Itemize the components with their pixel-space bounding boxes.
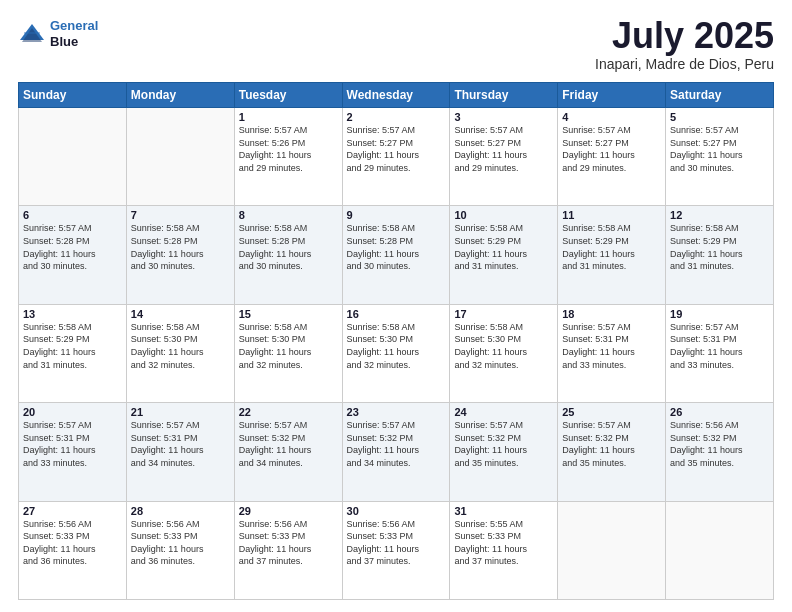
weekday-header: Friday bbox=[558, 83, 666, 108]
calendar-cell: 1Sunrise: 5:57 AM Sunset: 5:26 PM Daylig… bbox=[234, 108, 342, 206]
day-info: Sunrise: 5:58 AM Sunset: 5:29 PM Dayligh… bbox=[670, 222, 769, 272]
calendar-cell: 7Sunrise: 5:58 AM Sunset: 5:28 PM Daylig… bbox=[126, 206, 234, 304]
calendar-cell bbox=[666, 501, 774, 599]
calendar-cell: 21Sunrise: 5:57 AM Sunset: 5:31 PM Dayli… bbox=[126, 403, 234, 501]
logo-line1: General bbox=[50, 18, 98, 33]
calendar-week-row: 13Sunrise: 5:58 AM Sunset: 5:29 PM Dayli… bbox=[19, 304, 774, 402]
calendar-cell: 22Sunrise: 5:57 AM Sunset: 5:32 PM Dayli… bbox=[234, 403, 342, 501]
day-number: 30 bbox=[347, 505, 446, 517]
day-number: 10 bbox=[454, 209, 553, 221]
calendar-cell: 30Sunrise: 5:56 AM Sunset: 5:33 PM Dayli… bbox=[342, 501, 450, 599]
calendar-cell: 29Sunrise: 5:56 AM Sunset: 5:33 PM Dayli… bbox=[234, 501, 342, 599]
day-number: 27 bbox=[23, 505, 122, 517]
day-number: 8 bbox=[239, 209, 338, 221]
calendar-cell: 12Sunrise: 5:58 AM Sunset: 5:29 PM Dayli… bbox=[666, 206, 774, 304]
day-number: 29 bbox=[239, 505, 338, 517]
day-info: Sunrise: 5:57 AM Sunset: 5:31 PM Dayligh… bbox=[562, 321, 661, 371]
day-info: Sunrise: 5:58 AM Sunset: 5:28 PM Dayligh… bbox=[347, 222, 446, 272]
svg-rect-2 bbox=[24, 32, 40, 34]
calendar-cell: 10Sunrise: 5:58 AM Sunset: 5:29 PM Dayli… bbox=[450, 206, 558, 304]
day-number: 21 bbox=[131, 406, 230, 418]
calendar-cell: 3Sunrise: 5:57 AM Sunset: 5:27 PM Daylig… bbox=[450, 108, 558, 206]
day-info: Sunrise: 5:58 AM Sunset: 5:30 PM Dayligh… bbox=[454, 321, 553, 371]
day-info: Sunrise: 5:56 AM Sunset: 5:32 PM Dayligh… bbox=[670, 419, 769, 469]
calendar-cell: 19Sunrise: 5:57 AM Sunset: 5:31 PM Dayli… bbox=[666, 304, 774, 402]
day-number: 24 bbox=[454, 406, 553, 418]
weekday-header: Wednesday bbox=[342, 83, 450, 108]
day-info: Sunrise: 5:57 AM Sunset: 5:28 PM Dayligh… bbox=[23, 222, 122, 272]
day-number: 26 bbox=[670, 406, 769, 418]
weekday-header: Monday bbox=[126, 83, 234, 108]
calendar-week-row: 1Sunrise: 5:57 AM Sunset: 5:26 PM Daylig… bbox=[19, 108, 774, 206]
calendar-cell: 9Sunrise: 5:58 AM Sunset: 5:28 PM Daylig… bbox=[342, 206, 450, 304]
calendar-cell: 28Sunrise: 5:56 AM Sunset: 5:33 PM Dayli… bbox=[126, 501, 234, 599]
day-info: Sunrise: 5:56 AM Sunset: 5:33 PM Dayligh… bbox=[23, 518, 122, 568]
day-info: Sunrise: 5:58 AM Sunset: 5:30 PM Dayligh… bbox=[131, 321, 230, 371]
month-title: July 2025 bbox=[595, 18, 774, 54]
day-number: 23 bbox=[347, 406, 446, 418]
weekday-header: Sunday bbox=[19, 83, 127, 108]
day-number: 6 bbox=[23, 209, 122, 221]
day-number: 28 bbox=[131, 505, 230, 517]
day-info: Sunrise: 5:57 AM Sunset: 5:26 PM Dayligh… bbox=[239, 124, 338, 174]
day-number: 16 bbox=[347, 308, 446, 320]
calendar-cell: 11Sunrise: 5:58 AM Sunset: 5:29 PM Dayli… bbox=[558, 206, 666, 304]
calendar-cell: 31Sunrise: 5:55 AM Sunset: 5:33 PM Dayli… bbox=[450, 501, 558, 599]
calendar-cell: 25Sunrise: 5:57 AM Sunset: 5:32 PM Dayli… bbox=[558, 403, 666, 501]
calendar-cell bbox=[558, 501, 666, 599]
location: Inapari, Madre de Dios, Peru bbox=[595, 56, 774, 72]
day-number: 17 bbox=[454, 308, 553, 320]
day-number: 1 bbox=[239, 111, 338, 123]
day-number: 2 bbox=[347, 111, 446, 123]
calendar-cell: 24Sunrise: 5:57 AM Sunset: 5:32 PM Dayli… bbox=[450, 403, 558, 501]
day-number: 5 bbox=[670, 111, 769, 123]
calendar-cell: 16Sunrise: 5:58 AM Sunset: 5:30 PM Dayli… bbox=[342, 304, 450, 402]
day-info: Sunrise: 5:55 AM Sunset: 5:33 PM Dayligh… bbox=[454, 518, 553, 568]
calendar-cell: 6Sunrise: 5:57 AM Sunset: 5:28 PM Daylig… bbox=[19, 206, 127, 304]
calendar-cell: 8Sunrise: 5:58 AM Sunset: 5:28 PM Daylig… bbox=[234, 206, 342, 304]
weekday-header: Tuesday bbox=[234, 83, 342, 108]
calendar-cell: 15Sunrise: 5:58 AM Sunset: 5:30 PM Dayli… bbox=[234, 304, 342, 402]
day-info: Sunrise: 5:57 AM Sunset: 5:31 PM Dayligh… bbox=[23, 419, 122, 469]
day-info: Sunrise: 5:58 AM Sunset: 5:29 PM Dayligh… bbox=[23, 321, 122, 371]
calendar-cell: 14Sunrise: 5:58 AM Sunset: 5:30 PM Dayli… bbox=[126, 304, 234, 402]
calendar-cell: 2Sunrise: 5:57 AM Sunset: 5:27 PM Daylig… bbox=[342, 108, 450, 206]
day-info: Sunrise: 5:57 AM Sunset: 5:31 PM Dayligh… bbox=[670, 321, 769, 371]
logo-line2: Blue bbox=[50, 34, 98, 50]
day-info: Sunrise: 5:57 AM Sunset: 5:31 PM Dayligh… bbox=[131, 419, 230, 469]
header: General Blue July 2025 Inapari, Madre de… bbox=[18, 18, 774, 72]
day-number: 12 bbox=[670, 209, 769, 221]
day-info: Sunrise: 5:57 AM Sunset: 5:27 PM Dayligh… bbox=[347, 124, 446, 174]
day-info: Sunrise: 5:58 AM Sunset: 5:29 PM Dayligh… bbox=[454, 222, 553, 272]
day-info: Sunrise: 5:57 AM Sunset: 5:27 PM Dayligh… bbox=[454, 124, 553, 174]
logo-text: General Blue bbox=[50, 18, 98, 49]
calendar-cell: 13Sunrise: 5:58 AM Sunset: 5:29 PM Dayli… bbox=[19, 304, 127, 402]
title-area: July 2025 Inapari, Madre de Dios, Peru bbox=[595, 18, 774, 72]
day-number: 19 bbox=[670, 308, 769, 320]
calendar-cell: 20Sunrise: 5:57 AM Sunset: 5:31 PM Dayli… bbox=[19, 403, 127, 501]
day-info: Sunrise: 5:58 AM Sunset: 5:30 PM Dayligh… bbox=[347, 321, 446, 371]
day-number: 22 bbox=[239, 406, 338, 418]
day-number: 31 bbox=[454, 505, 553, 517]
logo-icon bbox=[18, 22, 46, 46]
day-number: 9 bbox=[347, 209, 446, 221]
day-number: 13 bbox=[23, 308, 122, 320]
calendar-cell bbox=[19, 108, 127, 206]
day-number: 3 bbox=[454, 111, 553, 123]
day-info: Sunrise: 5:58 AM Sunset: 5:28 PM Dayligh… bbox=[239, 222, 338, 272]
logo: General Blue bbox=[18, 18, 98, 49]
day-number: 7 bbox=[131, 209, 230, 221]
weekday-header: Thursday bbox=[450, 83, 558, 108]
day-info: Sunrise: 5:57 AM Sunset: 5:27 PM Dayligh… bbox=[670, 124, 769, 174]
day-info: Sunrise: 5:58 AM Sunset: 5:29 PM Dayligh… bbox=[562, 222, 661, 272]
day-info: Sunrise: 5:56 AM Sunset: 5:33 PM Dayligh… bbox=[131, 518, 230, 568]
day-number: 18 bbox=[562, 308, 661, 320]
day-info: Sunrise: 5:57 AM Sunset: 5:32 PM Dayligh… bbox=[562, 419, 661, 469]
day-info: Sunrise: 5:57 AM Sunset: 5:27 PM Dayligh… bbox=[562, 124, 661, 174]
calendar-cell: 17Sunrise: 5:58 AM Sunset: 5:30 PM Dayli… bbox=[450, 304, 558, 402]
day-info: Sunrise: 5:58 AM Sunset: 5:28 PM Dayligh… bbox=[131, 222, 230, 272]
day-info: Sunrise: 5:56 AM Sunset: 5:33 PM Dayligh… bbox=[239, 518, 338, 568]
day-number: 20 bbox=[23, 406, 122, 418]
day-number: 4 bbox=[562, 111, 661, 123]
calendar-cell bbox=[126, 108, 234, 206]
